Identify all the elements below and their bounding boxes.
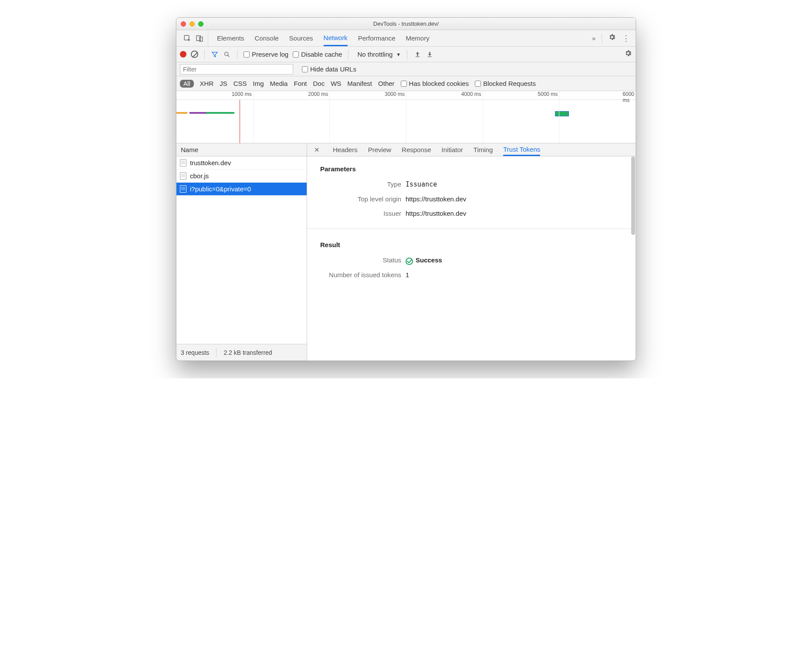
download-har-icon[interactable]	[426, 51, 433, 58]
status-requests: 3 requests	[181, 349, 209, 356]
tab-network[interactable]: Network	[324, 30, 348, 46]
filter-icon[interactable]	[211, 51, 219, 58]
scrollbar[interactable]	[631, 156, 635, 235]
svg-rect-4	[416, 57, 420, 57]
panel-tabs: ElementsConsoleSourcesNetworkPerformance…	[176, 30, 636, 47]
titlebar: DevTools - trusttoken.dev/	[176, 18, 636, 30]
param-value: Issuance	[406, 180, 437, 188]
has-blocked-cookies-checkbox[interactable]: Has blocked cookies	[401, 80, 469, 87]
parameters-heading: Parameters	[307, 161, 636, 177]
detail-tab-timing[interactable]: Timing	[474, 143, 493, 156]
filter-row: Hide data URLs	[176, 62, 636, 76]
document-icon	[180, 172, 186, 180]
type-filter-row: All XHRJSCSSImgMediaFontDocWSManifestOth…	[176, 76, 636, 91]
kebab-menu-icon[interactable]: ⋮	[622, 34, 629, 43]
issued-tokens-label: Number of issued tokens	[307, 271, 401, 279]
blocked-requests-checkbox[interactable]: Blocked Requests	[475, 80, 536, 87]
request-row[interactable]: i?public=0&private=0	[176, 183, 307, 196]
more-tabs-chevron-icon[interactable]: »	[592, 35, 595, 42]
disable-cache-checkbox[interactable]: Disable cache	[293, 51, 342, 58]
filter-type-other[interactable]: Other	[378, 80, 395, 87]
overview-segment	[176, 112, 187, 114]
detail-tab-initiator[interactable]: Initiator	[442, 143, 463, 156]
timeline-tick: 2000 ms	[308, 91, 329, 97]
overview-segment	[206, 112, 234, 114]
inspect-icon[interactable]	[183, 34, 191, 42]
filter-type-css[interactable]: CSS	[233, 80, 247, 87]
status-label: Status	[307, 256, 401, 264]
result-heading: Result	[307, 237, 636, 253]
param-key: Top level origin	[307, 195, 401, 203]
param-value: https://trusttoken.dev	[406, 195, 466, 203]
name-column-header[interactable]: Name	[176, 143, 307, 156]
request-label: i?public=0&private=0	[190, 185, 251, 193]
tab-console[interactable]: Console	[255, 30, 279, 46]
filter-input[interactable]	[180, 64, 293, 75]
request-list-pane: Name trusttoken.devcbor.jsi?public=0&pri…	[176, 143, 307, 360]
settings-gear-icon[interactable]	[608, 33, 616, 43]
filter-type-img[interactable]: Img	[253, 80, 264, 87]
detail-tab-trust-tokens[interactable]: Trust Tokens	[503, 143, 540, 156]
filter-type-media[interactable]: Media	[270, 80, 288, 87]
svg-rect-1	[196, 36, 200, 41]
tab-performance[interactable]: Performance	[358, 30, 396, 46]
success-check-icon	[406, 258, 413, 265]
timeline-tick: 5000 ms	[538, 91, 559, 97]
svg-rect-5	[428, 57, 432, 57]
document-icon	[180, 159, 186, 166]
clear-icon[interactable]	[191, 51, 198, 58]
load-event-line	[240, 100, 240, 143]
timeline-tick: 4000 ms	[461, 91, 483, 97]
filter-type-manifest[interactable]: Manifest	[347, 80, 372, 87]
issued-tokens-value: 1	[406, 271, 409, 279]
network-settings-gear-icon[interactable]	[624, 49, 632, 59]
request-label: trusttoken.dev	[190, 159, 231, 166]
detail-tab-headers[interactable]: Headers	[333, 143, 358, 156]
filter-type-ws[interactable]: WS	[331, 80, 341, 87]
upload-har-icon[interactable]	[413, 51, 421, 58]
window-title: DevTools - trusttoken.dev/	[176, 20, 636, 27]
filter-type-doc[interactable]: Doc	[313, 80, 325, 87]
filter-type-xhr[interactable]: XHR	[200, 80, 214, 87]
svg-point-3	[225, 52, 228, 55]
timeline-tick: 3000 ms	[385, 91, 406, 97]
status-transferred: 2.2 kB transferred	[223, 349, 272, 356]
param-key: Issuer	[307, 210, 401, 217]
tab-elements[interactable]: Elements	[217, 30, 244, 46]
search-icon[interactable]	[223, 51, 231, 58]
document-icon	[180, 185, 186, 193]
detail-tab-response[interactable]: Response	[402, 143, 431, 156]
overview-segment	[555, 112, 568, 116]
timeline-tick: 1000 ms	[232, 91, 253, 97]
close-detail-icon[interactable]: ✕	[311, 146, 322, 154]
devtools-window: DevTools - trusttoken.dev/ ElementsConso…	[176, 17, 636, 361]
param-value: https://trusttoken.dev	[406, 210, 466, 217]
request-label: cbor.js	[190, 172, 209, 180]
filter-all-pill[interactable]: All	[180, 80, 194, 88]
request-row[interactable]: trusttoken.dev	[176, 156, 307, 170]
filter-type-js[interactable]: JS	[220, 80, 227, 87]
detail-tab-preview[interactable]: Preview	[368, 143, 391, 156]
tab-sources[interactable]: Sources	[289, 30, 313, 46]
timeline-overview[interactable]: 1000 ms2000 ms3000 ms4000 ms5000 ms6000 …	[176, 91, 636, 143]
tab-memory[interactable]: Memory	[406, 30, 430, 46]
filter-type-font[interactable]: Font	[294, 80, 307, 87]
record-button[interactable]	[180, 51, 186, 58]
param-key: Type	[307, 180, 401, 188]
request-row[interactable]: cbor.js	[176, 170, 307, 183]
overview-segment	[189, 112, 206, 114]
network-toolbar: Preserve log Disable cache No throttling…	[176, 47, 636, 62]
hide-data-urls-checkbox[interactable]: Hide data URLs	[302, 65, 356, 73]
throttling-select[interactable]: No throttling▼	[355, 51, 401, 58]
status-bar: 3 requests 2.2 kB transferred	[176, 344, 307, 360]
detail-pane: ✕ HeadersPreviewResponseInitiatorTimingT…	[307, 143, 636, 360]
preserve-log-checkbox[interactable]: Preserve log	[244, 51, 288, 58]
device-toggle-icon[interactable]	[196, 34, 203, 42]
status-value: Success	[406, 256, 442, 264]
